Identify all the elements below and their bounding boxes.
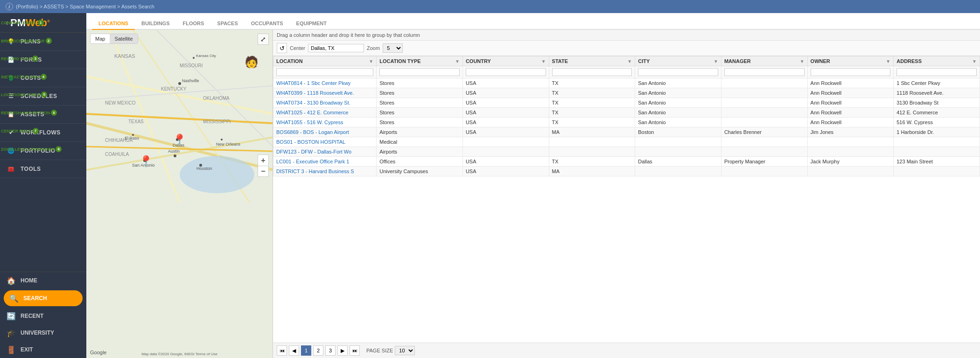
sidebar-item-portfolio[interactable]: 🌐 PORTFOLIO <box>0 142 86 160</box>
filter-location[interactable] <box>276 68 373 76</box>
prev-page-button[interactable]: ◀ <box>289 345 299 356</box>
filter-owner[interactable] <box>811 68 891 76</box>
svg-text:Nashville: Nashville <box>182 78 199 83</box>
page-size-select[interactable]: 10 25 50 <box>395 346 415 355</box>
svg-text:New Orleans: New Orleans <box>216 142 241 147</box>
filter-icon-city[interactable]: ▼ <box>714 59 718 64</box>
col-country[interactable]: COUNTRY ▼ <box>462 56 549 66</box>
cell-manager: Property Manager <box>721 157 807 167</box>
filter-icon-state[interactable]: ▼ <box>627 59 632 64</box>
svg-text:COAHUILA: COAHUILA <box>105 152 129 157</box>
col-owner[interactable]: OWNER ▼ <box>807 56 894 66</box>
filter-type[interactable] <box>379 68 460 76</box>
cell-type: University Campuses <box>377 167 463 176</box>
cell-location: WHAT0814 - 1 Sbc Center Pkwy <box>273 78 377 88</box>
map-zoom-in-button[interactable]: + <box>258 154 269 166</box>
location-link[interactable]: DFW123 - DFW - Dallas-Fort Wo <box>276 149 351 154</box>
filter-state[interactable] <box>552 68 632 76</box>
sidebar-item-workflows-label: WORKFLOWS <box>21 129 61 136</box>
location-link[interactable]: WHAT1055 - 516 W. Cypress <box>276 119 343 125</box>
filter-city[interactable] <box>638 68 718 76</box>
sidebar-item-forms[interactable]: 📄 FORMS <box>0 51 86 69</box>
filter-icon-manager[interactable]: ▼ <box>800 59 805 64</box>
map-zoom-out-button[interactable]: − <box>258 166 269 177</box>
location-link[interactable]: BOS6869 - BOS - Logan Airport <box>276 129 349 135</box>
sidebar-item-assets[interactable]: 📋 ASSETS <box>0 105 86 124</box>
sidebar-item-recent[interactable]: 🔄 RECENT <box>0 308 86 324</box>
cell-owner: Ann Rockwell <box>807 78 894 88</box>
sidebar-item-workflows[interactable]: ✔ WORKFLOWS <box>0 124 86 142</box>
cell-manager <box>721 147 807 157</box>
center-input[interactable] <box>308 44 364 52</box>
location-link[interactable]: WHAT0814 - 1 Sbc Center Pkwy <box>276 80 350 86</box>
cell-address <box>894 147 980 157</box>
cell-owner: Ann Rockwell <box>807 118 894 127</box>
cell-country: USA <box>462 98 549 108</box>
col-address[interactable]: ADDRESS ▼ <box>894 56 980 66</box>
cell-state <box>549 137 635 147</box>
sidebar-item-schedules[interactable]: ☰ SCHEDULES <box>0 87 86 105</box>
cell-location: DFW123 - DFW - Dallas-Fort Wo <box>273 147 377 157</box>
map-view-button[interactable]: Map <box>91 34 110 43</box>
col-location-type[interactable]: LOCATION TYPE ▼ <box>377 56 463 66</box>
sidebar-item-search[interactable]: 🔍 SEARCH <box>4 290 83 306</box>
location-link[interactable]: WHAT0734 - 3130 Broadway St. <box>276 100 350 105</box>
last-page-button[interactable]: ⏭ <box>350 345 360 356</box>
location-link[interactable]: WHAT1025 - 412 E. Commerce <box>276 110 348 115</box>
filter-icon-type[interactable]: ▼ <box>455 59 460 64</box>
tab-floors[interactable]: FLOORS <box>176 18 210 30</box>
cell-address <box>894 167 980 176</box>
tab-occupants[interactable]: OCCUPANTS <box>245 18 290 30</box>
tab-bar: LOCATIONS BUILDINGS FLOORS SPACES OCCUPA… <box>86 13 980 30</box>
filter-icon-address[interactable]: ▼ <box>972 59 977 64</box>
info-icon[interactable]: i <box>6 3 13 10</box>
university-icon: 🎓 <box>7 328 16 337</box>
cell-location: WHAT1055 - 516 W. Cypress <box>273 118 377 127</box>
location-link[interactable]: LC001 - Executive Office Park 1 <box>276 159 349 164</box>
sidebar-item-plans[interactable]: 💡 PLANS <box>0 33 86 51</box>
page-3-button[interactable]: 3 <box>325 345 336 356</box>
refresh-button[interactable]: ↺ <box>277 43 287 53</box>
cell-type: Stores <box>377 98 463 108</box>
location-link[interactable]: DISTRICT 3 - Harvard Business S <box>276 168 354 174</box>
col-manager[interactable]: MANAGER ▼ <box>721 56 807 66</box>
filter-address[interactable] <box>896 68 977 76</box>
sidebar-item-tools[interactable]: 🧰 TOOLS <box>0 160 86 178</box>
cell-location: BOS6869 - BOS - Logan Airport <box>273 127 377 137</box>
zoom-select[interactable]: 5 3 7 10 <box>383 43 403 53</box>
tab-buildings[interactable]: BUILDINGS <box>135 18 176 30</box>
page-2-button[interactable]: 2 <box>313 345 323 356</box>
filter-country[interactable] <box>466 68 546 76</box>
col-state[interactable]: STATE ▼ <box>549 56 635 66</box>
sidebar-item-costs[interactable]: 💲 COSTS <box>0 69 86 87</box>
google-logo: Google <box>90 350 106 355</box>
sidebar-item-exit[interactable]: 🚪 EXIT <box>0 341 86 358</box>
cell-state: MA <box>549 127 635 137</box>
map-pin-dallas[interactable]: 📍 <box>173 133 187 147</box>
tab-equipment[interactable]: EQUIPMENT <box>290 18 333 30</box>
first-page-button[interactable]: ⏮ <box>277 345 287 356</box>
page-1-button[interactable]: 1 <box>301 345 311 356</box>
sidebar-item-costs-label: COSTS <box>21 75 41 81</box>
filter-icon-owner[interactable]: ▼ <box>886 59 890 64</box>
cell-state: TX <box>549 118 635 127</box>
filter-icon-country[interactable]: ▼ <box>541 59 546 64</box>
map-fullscreen-button[interactable]: ⤢ <box>258 34 269 45</box>
cell-state: TX <box>549 157 635 167</box>
filter-icon-location[interactable]: ▼ <box>369 59 373 64</box>
cell-city: San Antonio <box>635 108 721 118</box>
next-page-button[interactable]: ▶ <box>337 345 348 356</box>
col-location[interactable]: LOCATION ▼ <box>273 56 377 66</box>
map-pin-san-antonio[interactable]: 📍 <box>139 155 153 168</box>
tab-spaces[interactable]: SPACES <box>210 18 244 30</box>
filter-manager[interactable] <box>724 68 805 76</box>
tab-locations[interactable]: LOCATIONS <box>92 18 135 30</box>
col-city[interactable]: CITY ▼ <box>635 56 721 66</box>
location-link[interactable]: BOS01 - BOSTON HOSPITAL <box>276 139 345 145</box>
satellite-view-button[interactable]: Satellite <box>110 34 137 43</box>
sidebar-item-home[interactable]: 🏠 HOME <box>0 272 86 289</box>
street-view-person-icon[interactable]: 🧑 <box>245 56 259 69</box>
location-link[interactable]: WHAT0399 - 1118 Roosevelt Ave. <box>276 90 354 96</box>
sidebar-item-university[interactable]: 🎓 UNIVERSITY <box>0 324 86 341</box>
cell-type: Stores <box>377 118 463 127</box>
